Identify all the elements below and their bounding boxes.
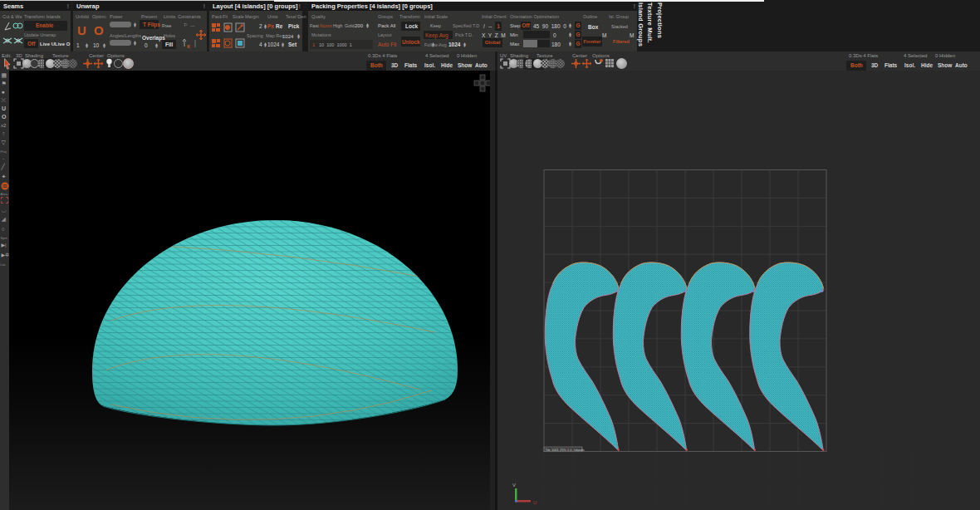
svg-text:V: V [512, 483, 516, 488]
svg-text:Tile 1001 25% 1 0. Islands: Tile 1001 25% 1 0. Islands [546, 448, 585, 452]
svg-text:x: x [187, 43, 190, 49]
svg-text:U: U [533, 500, 537, 505]
